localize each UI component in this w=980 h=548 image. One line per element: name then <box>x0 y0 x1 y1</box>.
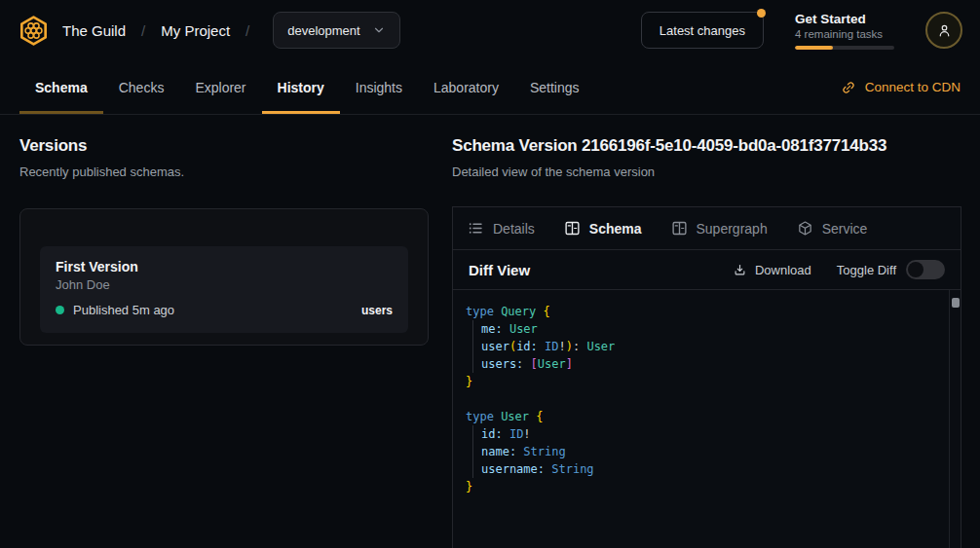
diff-view-actions: Download Toggle Diff <box>733 260 945 279</box>
nav-tab-underline <box>179 111 261 114</box>
download-button[interactable]: Download <box>733 263 811 277</box>
tab-label: Service <box>822 221 868 237</box>
code-block: type Query {me: Useruser(id: ID!): Useru… <box>466 303 935 495</box>
nav-tab-label: Insights <box>356 80 402 95</box>
tab-label: Details <box>493 221 535 237</box>
toggle-diff-label: Toggle Diff <box>837 263 896 277</box>
tab-label: Supergraph <box>697 221 768 237</box>
target-selector[interactable]: development <box>273 12 399 49</box>
nav-tab-underline <box>19 111 103 114</box>
nav-tab-label: Settings <box>530 80 580 95</box>
nav-tab-laboratory[interactable]: Laboratory <box>418 60 514 114</box>
toggle-diff-switch[interactable] <box>906 260 945 279</box>
connect-to-cdn-button[interactable]: Connect to CDN <box>841 60 961 114</box>
schema-code-viewer[interactable]: type Query {me: Useruser(id: ID!): Useru… <box>453 290 961 548</box>
version-list-item[interactable]: First Version John Doe Published 5m ago … <box>40 246 408 333</box>
schema-version-panel: Details Schema Supergraph <box>452 206 961 548</box>
latest-changes-button[interactable]: Latest changes <box>641 12 764 49</box>
tab-details[interactable]: Details <box>468 220 535 237</box>
code-scrollbar[interactable] <box>949 290 961 548</box>
hive-logo-icon[interactable] <box>18 15 50 47</box>
nav-tab-history[interactable]: History <box>262 60 340 114</box>
schema-version-header: Schema Version 2166196f-5e10-4059-bd0a-0… <box>452 136 961 179</box>
versions-subtitle: Recently published schemas. <box>19 164 429 179</box>
nav-tab-underline <box>418 111 514 114</box>
topbar-right: Latest changes Get Started 4 remaining t… <box>641 12 962 50</box>
version-service-badge: users <box>361 304 393 317</box>
toggle-knob <box>908 262 923 277</box>
columns-icon <box>671 220 688 237</box>
breadcrumb-org[interactable]: The Guild <box>62 22 126 39</box>
person-icon <box>936 22 953 39</box>
toggle-diff-group: Toggle Diff <box>837 260 945 279</box>
download-icon <box>733 263 747 277</box>
nav-tab-label: Laboratory <box>433 80 499 95</box>
breadcrumb-project[interactable]: My Project <box>161 22 230 39</box>
get-started-progress-fill <box>795 46 833 50</box>
link-icon <box>841 80 856 95</box>
nav-tab-underline <box>103 111 180 114</box>
nav-tab-underline <box>340 111 418 114</box>
notification-dot <box>757 9 766 18</box>
nav-tab-underline <box>262 111 340 114</box>
connect-to-cdn-label: Connect to CDN <box>865 80 961 94</box>
list-icon <box>468 220 484 237</box>
nav-tab-label: Explorer <box>195 80 245 95</box>
schema-panel-tabs: Details Schema Supergraph <box>453 207 961 249</box>
nav-tab-underline <box>514 111 595 114</box>
diff-view-toolbar: Diff View Download Toggle Diff <box>453 249 961 290</box>
target-selector-value: development <box>287 23 359 38</box>
versions-section-header: Versions Recently published schemas. <box>19 136 429 179</box>
version-status-row: Published 5m ago users <box>56 303 393 317</box>
app-window: The Guild / My Project / development Lat… <box>0 0 980 548</box>
version-name: First Version <box>56 259 393 274</box>
schema-version-subtitle: Detailed view of the schema version <box>452 164 961 179</box>
nav-tab-settings[interactable]: Settings <box>514 60 595 114</box>
breadcrumb-separator: / <box>243 22 252 39</box>
nav-tab-checks[interactable]: Checks <box>103 60 180 114</box>
breadcrumb-separator: / <box>138 22 148 39</box>
version-author: John Doe <box>56 277 393 292</box>
nav-tab-label: Schema <box>35 80 88 95</box>
nav-tab-explorer[interactable]: Explorer <box>179 60 261 114</box>
tab-label: Schema <box>589 221 642 237</box>
breadcrumb: The Guild / My Project / development <box>18 12 400 49</box>
get-started-widget[interactable]: Get Started 4 remaining tasks <box>795 12 894 50</box>
main-nav: Schema Checks Explorer History Insights … <box>0 60 980 115</box>
schema-version-title: Schema Version 2166196f-5e10-4059-bd0a-0… <box>452 136 961 156</box>
versions-list-card: First Version John Doe Published 5m ago … <box>19 208 429 346</box>
latest-changes-label: Latest changes <box>660 23 745 38</box>
version-status: Published 5m ago <box>73 303 174 317</box>
tab-supergraph[interactable]: Supergraph <box>671 220 768 237</box>
user-avatar[interactable] <box>925 12 962 49</box>
nav-tab-label: Checks <box>119 80 165 95</box>
tab-service[interactable]: Service <box>797 220 868 237</box>
cube-icon <box>797 220 813 237</box>
top-bar: The Guild / My Project / development Lat… <box>0 0 980 60</box>
nav-tab-schema[interactable]: Schema <box>19 60 103 114</box>
get-started-title: Get Started <box>795 12 894 26</box>
download-label: Download <box>755 263 811 277</box>
versions-title: Versions <box>19 136 429 156</box>
nav-tab-label: History <box>278 80 324 95</box>
code-scrollbar-thumb[interactable] <box>952 298 960 308</box>
chevron-down-icon <box>372 23 386 37</box>
columns-icon <box>564 220 581 237</box>
published-status-dot <box>56 306 64 314</box>
get-started-progress-bar <box>795 46 894 50</box>
tab-schema[interactable]: Schema <box>564 220 642 237</box>
diff-view-title: Diff View <box>469 262 530 278</box>
get-started-subtitle: 4 remaining tasks <box>795 28 894 40</box>
nav-tab-insights[interactable]: Insights <box>340 60 418 114</box>
